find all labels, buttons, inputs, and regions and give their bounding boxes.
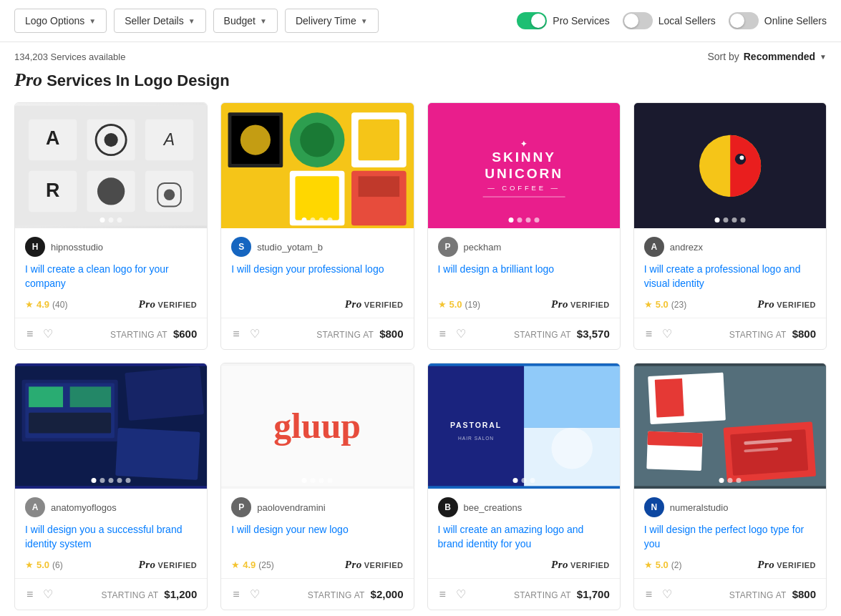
gig-title[interactable]: I will design your professional logo — [231, 263, 403, 291]
card-item[interactable]: S studio_yotam_b I will design your prof… — [220, 102, 414, 350]
favorite-button[interactable]: ♡ — [454, 326, 467, 342]
verified-text: VERIFIED — [777, 300, 816, 309]
favorite-button[interactable]: ♡ — [248, 326, 261, 342]
verified-text: VERIFIED — [364, 561, 404, 569]
dot-indicator — [534, 217, 539, 223]
avatar: S — [231, 237, 251, 257]
svg-rect-44 — [70, 386, 111, 407]
cards-grid: A A R H hipnosstudio I will create a cle… — [0, 102, 841, 616]
card-footer: ≡ ♡ STARTING AT $1,200 — [15, 578, 207, 610]
dot-indicator — [302, 217, 307, 223]
compare-button[interactable]: ≡ — [438, 326, 447, 342]
dot-indicator — [736, 478, 741, 483]
budget-filter[interactable]: Budget ▼ — [213, 9, 278, 33]
avatar: A — [644, 237, 664, 257]
star-icon: ★ — [644, 299, 653, 310]
compare-button[interactable]: ≡ — [231, 326, 240, 342]
favorite-button[interactable]: ♡ — [661, 326, 674, 342]
card-item[interactable]: N numeralstudio I will design the perfec… — [633, 363, 827, 610]
seller-name[interactable]: andrezx — [670, 242, 703, 253]
seller-name[interactable]: hipnosstudio — [51, 242, 103, 253]
favorite-button[interactable]: ♡ — [42, 326, 54, 342]
card-footer: ≡ ♡ STARTING AT $800 — [634, 578, 826, 610]
rating-number: 5.0 — [37, 559, 49, 570]
card-image: gluup — [221, 363, 413, 489]
seller-info: A andrezx — [644, 237, 816, 257]
price-section: STARTING AT $1,700 — [514, 588, 610, 600]
compare-button[interactable]: ≡ — [438, 587, 447, 602]
seller-info: H hipnosstudio — [25, 237, 197, 257]
online-sellers-toggle[interactable] — [729, 12, 759, 29]
dot-indicator — [727, 478, 732, 483]
seller-name[interactable]: anatomyoflogos — [51, 502, 117, 513]
gig-title[interactable]: I will create a clean logo for your comp… — [25, 263, 197, 291]
page-title: Pro Services In Logo Design — [0, 67, 841, 102]
price-section: STARTING AT $600 — [110, 328, 197, 340]
seller-name[interactable]: bee_creations — [464, 502, 522, 513]
card-item[interactable]: A andrezx I will create a professional l… — [633, 102, 827, 350]
starting-at-label: STARTING AT — [110, 330, 167, 340]
dot-indicator — [117, 478, 122, 483]
delivery-time-filter[interactable]: Delivery Time ▼ — [285, 9, 379, 33]
pro-verified-badge: Pro VERIFIED — [757, 559, 816, 571]
online-sellers-label: Online Sellers — [764, 15, 827, 26]
seller-name[interactable]: paolovendramini — [257, 502, 325, 513]
gig-title[interactable]: I will design your new logo — [231, 523, 403, 552]
card-image — [221, 103, 413, 228]
card-image: A A R — [15, 103, 207, 228]
logo-options-filter[interactable]: Logo Options ▼ — [14, 9, 107, 33]
pro-script-icon: Pro — [757, 298, 774, 311]
dot-indicator — [719, 478, 724, 483]
compare-button[interactable]: ≡ — [25, 587, 34, 602]
rating-row: Pro VERIFIED — [231, 298, 403, 311]
pro-services-toggle[interactable] — [517, 12, 547, 29]
compare-button[interactable]: ≡ — [644, 587, 653, 602]
dot-indicator — [328, 217, 333, 223]
gig-title[interactable]: I will create an amazing logo and brand … — [438, 523, 610, 552]
star-rating: ★ 5.0 (23) — [644, 299, 686, 310]
svg-text:A: A — [162, 130, 175, 149]
svg-rect-43 — [29, 386, 63, 407]
seller-info: N numeralstudio — [644, 497, 816, 517]
seller-name[interactable]: numeralstudio — [670, 502, 729, 513]
dot-indicator — [311, 478, 316, 483]
dot-indicator — [109, 478, 114, 483]
star-icon: ★ — [231, 559, 240, 570]
card-item[interactable]: PASTORAL HAIR SALON B bee_creations I wi… — [427, 363, 621, 610]
starting-at-label: STARTING AT — [729, 590, 787, 600]
favorite-button[interactable]: ♡ — [248, 586, 261, 602]
dot-indicators — [302, 217, 333, 223]
local-sellers-toggle[interactable] — [623, 12, 653, 29]
compare-button[interactable]: ≡ — [25, 326, 34, 342]
gig-title[interactable]: I will design a brilliant logo — [438, 263, 610, 291]
compare-button[interactable]: ≡ — [644, 326, 653, 342]
svg-text:A: A — [46, 127, 59, 149]
gig-title[interactable]: I will design the perfect logo type for … — [644, 523, 816, 552]
star-rating: ★ 4.9 (25) — [231, 559, 273, 570]
card-body: A anatomyoflogos I will design you a suc… — [15, 489, 207, 571]
verified-text: VERIFIED — [570, 300, 610, 309]
favorite-button[interactable]: ♡ — [42, 586, 54, 602]
card-item[interactable]: A anatomyoflogos I will design you a suc… — [14, 363, 208, 610]
dot-indicators — [508, 217, 539, 223]
footer-actions: ≡ ♡ — [438, 586, 467, 602]
pro-script-icon: Pro — [551, 298, 568, 311]
sort-by-dropdown[interactable]: Sort by Recommended ▼ — [707, 51, 827, 62]
card-item[interactable]: A A R H hipnosstudio I will create a cle… — [14, 102, 208, 350]
gig-title[interactable]: I will create a professional logo and vi… — [644, 263, 816, 291]
starting-at-label: STARTING AT — [308, 590, 365, 600]
pro-verified-badge: Pro VERIFIED — [757, 298, 816, 311]
favorite-button[interactable]: ♡ — [454, 586, 467, 602]
dot-indicator — [92, 478, 97, 483]
seller-name[interactable]: studio_yotam_b — [257, 242, 323, 253]
seller-details-filter[interactable]: Seller Details ▼ — [114, 9, 205, 33]
seller-name[interactable]: peckham — [464, 242, 502, 253]
svg-text:— COFFEE —: — COFFEE — — [487, 184, 560, 192]
card-item[interactable]: ✦ SKINNY UNICORN — COFFEE — P peckham I … — [427, 102, 621, 350]
star-rating: ★ 5.0 (2) — [644, 559, 682, 570]
favorite-button[interactable]: ♡ — [661, 586, 674, 602]
gig-title[interactable]: I will design you a successful brand ide… — [25, 523, 197, 552]
compare-button[interactable]: ≡ — [231, 587, 240, 602]
card-item[interactable]: gluup P paolovendramini I will design yo… — [220, 363, 414, 610]
dot-indicator — [100, 478, 105, 483]
